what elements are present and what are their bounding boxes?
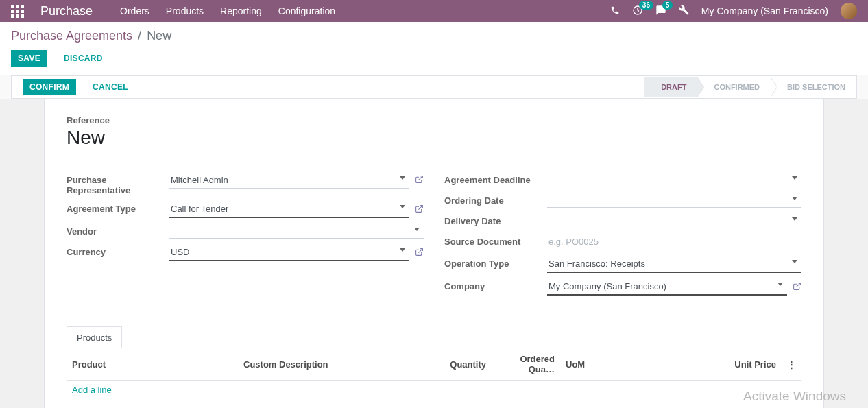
messages-badge: 5 xyxy=(662,1,673,10)
company-value: My Company (San Francisco) xyxy=(548,281,666,291)
record-title: New xyxy=(67,127,801,149)
ordering-date-label: Ordering Date xyxy=(444,190,547,211)
confirm-button[interactable]: Confirm xyxy=(23,79,76,95)
cancel-button[interactable]: Cancel xyxy=(86,79,135,95)
agreement-deadline-label: Agreement Deadline xyxy=(444,169,547,190)
nav-reporting[interactable]: Reporting xyxy=(220,5,262,16)
tools-icon[interactable] xyxy=(679,5,689,17)
svg-line-1 xyxy=(418,176,422,180)
currency-label: Currency xyxy=(67,241,169,264)
agreement-type-value: Call for Tender xyxy=(171,204,228,214)
external-link-icon[interactable] xyxy=(793,282,801,293)
source-document-label: Source Document xyxy=(444,231,547,253)
nav-products[interactable]: Products xyxy=(166,5,204,16)
currency-field[interactable]: USD xyxy=(169,244,409,261)
status-step-draft[interactable]: Draft xyxy=(644,77,697,97)
external-link-icon[interactable] xyxy=(415,204,424,215)
app-brand[interactable]: Purchase xyxy=(40,4,93,19)
breadcrumb-current: New xyxy=(147,29,171,43)
control-panel: Purchase Agreements / New Save Discard xyxy=(0,22,868,75)
col-description[interactable]: Custom Description xyxy=(238,348,444,381)
status-bar: Confirm Cancel Draft Confirmed Bid Selec… xyxy=(11,75,857,99)
activity-icon[interactable]: 36 xyxy=(632,5,643,18)
external-link-icon[interactable] xyxy=(415,248,424,259)
chevron-down-icon xyxy=(792,176,797,180)
save-button[interactable]: Save xyxy=(11,50,47,67)
status-step-confirmed[interactable]: Confirmed xyxy=(697,77,771,97)
nav-menu: Orders Products Reporting Configuration xyxy=(120,5,335,16)
products-table: Product Custom Description Quantity Orde… xyxy=(67,348,801,408)
nav-orders[interactable]: Orders xyxy=(120,5,149,16)
chevron-down-icon xyxy=(792,197,797,200)
breadcrumb-sep: / xyxy=(138,29,141,43)
phone-icon[interactable] xyxy=(610,5,620,17)
delivery-date-label: Delivery Date xyxy=(444,211,547,231)
chevron-down-icon xyxy=(400,248,405,252)
table-options-icon[interactable]: ⋮ xyxy=(782,348,801,381)
breadcrumb: Purchase Agreements / New xyxy=(11,29,857,43)
status-step-bid-selection[interactable]: Bid Selection xyxy=(771,77,856,97)
operation-type-field[interactable]: San Francisco: Receipts xyxy=(547,256,801,273)
col-unit-price[interactable]: Unit Price xyxy=(615,348,782,381)
discard-button[interactable]: Discard xyxy=(57,50,110,67)
svg-line-2 xyxy=(418,205,422,209)
user-avatar[interactable] xyxy=(841,3,857,19)
company-switcher[interactable]: My Company (San Francisco) xyxy=(701,5,828,16)
agreement-type-label: Agreement Type xyxy=(67,198,169,221)
col-ordered-qty[interactable]: Ordered Qua… xyxy=(492,348,560,381)
chevron-down-icon xyxy=(400,205,405,208)
currency-value: USD xyxy=(171,247,189,257)
agreement-deadline-field[interactable] xyxy=(547,172,801,187)
chevron-down-icon xyxy=(414,228,420,231)
messages-icon[interactable]: 5 xyxy=(655,5,666,18)
reference-label: Reference xyxy=(67,115,801,125)
table-row xyxy=(67,399,801,408)
breadcrumb-parent[interactable]: Purchase Agreements xyxy=(11,29,132,43)
chevron-down-icon xyxy=(400,176,405,180)
ordering-date-field[interactable] xyxy=(547,193,801,208)
tab-products[interactable]: Products xyxy=(67,326,122,348)
chevron-down-icon xyxy=(792,217,797,221)
company-label: Company xyxy=(444,276,547,298)
tabs: Products xyxy=(67,326,801,348)
apps-icon[interactable] xyxy=(11,5,24,18)
delivery-date-field[interactable] xyxy=(547,213,801,228)
company-field[interactable]: My Company (San Francisco) xyxy=(547,278,787,296)
svg-line-3 xyxy=(418,248,422,252)
top-navbar: Purchase Orders Products Reporting Confi… xyxy=(0,0,868,22)
vendor-label: Vendor xyxy=(67,221,169,241)
col-product[interactable]: Product xyxy=(67,348,238,381)
agreement-type-field[interactable]: Call for Tender xyxy=(169,201,409,218)
add-line-button[interactable]: Add a line xyxy=(72,385,112,395)
col-quantity[interactable]: Quantity xyxy=(444,348,492,381)
status-steps: Draft Confirmed Bid Selection xyxy=(644,77,856,97)
purchase-rep-label: Purchase Representative xyxy=(67,169,169,198)
chevron-down-icon xyxy=(777,283,783,286)
source-document-field[interactable]: e.g. PO0025 xyxy=(547,234,801,250)
svg-line-4 xyxy=(796,283,800,287)
operation-type-label: Operation Type xyxy=(444,253,547,276)
external-link-icon[interactable] xyxy=(415,175,424,186)
form-sheet: Reference New Purchase Representative Mi… xyxy=(44,98,824,408)
activity-badge: 36 xyxy=(639,1,653,10)
purchase-rep-field[interactable]: Mitchell Admin xyxy=(169,172,409,189)
vendor-field[interactable] xyxy=(169,224,424,239)
nav-configuration[interactable]: Configuration xyxy=(278,5,335,16)
purchase-rep-value: Mitchell Admin xyxy=(171,175,228,185)
chevron-down-icon xyxy=(792,260,797,263)
col-uom[interactable]: UoM xyxy=(560,348,615,381)
operation-type-value: San Francisco: Receipts xyxy=(548,259,645,269)
